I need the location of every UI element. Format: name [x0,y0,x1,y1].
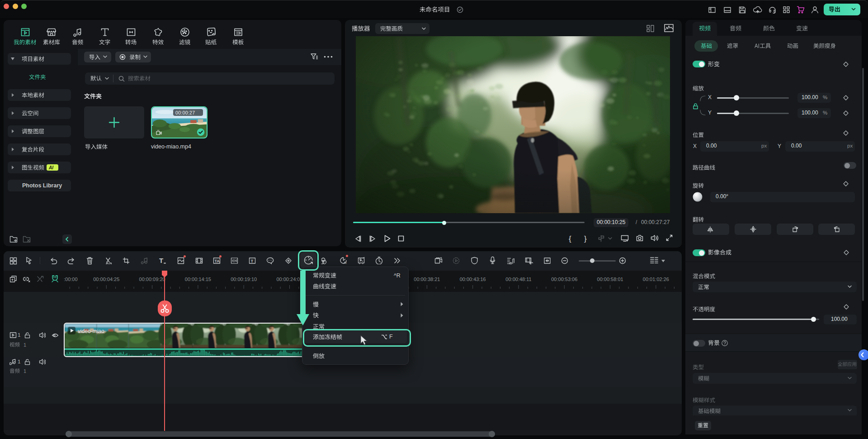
svg-text:T: T [159,257,163,264]
svg-text:TA: TA [215,259,220,263]
svg-text:T: T [251,258,254,263]
svg-text:AI: AI [344,261,347,264]
